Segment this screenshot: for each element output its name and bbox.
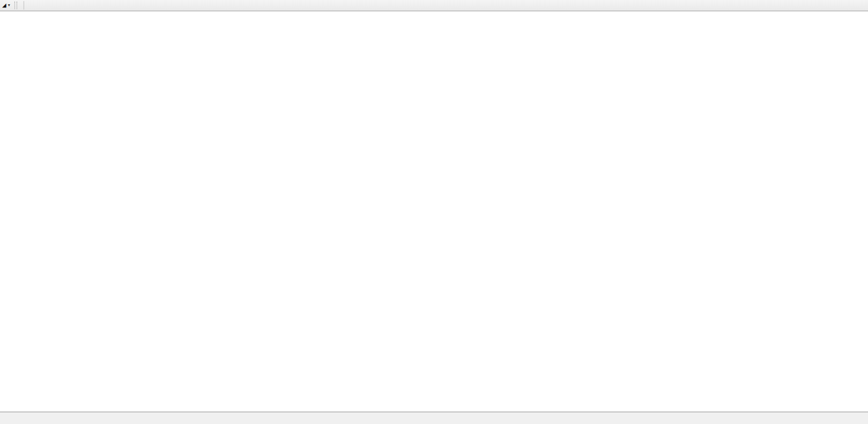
chart-tab-bar [0, 412, 868, 424]
rsi-pane-header [2, 296, 8, 302]
chart-canvas[interactable] [0, 0, 868, 412]
mt4-terminal: { "toolbar": { "cursor_icon": "crosshair… [0, 0, 868, 424]
tab-scroll-arrows [845, 412, 868, 424]
macd-pane-header [2, 351, 10, 358]
